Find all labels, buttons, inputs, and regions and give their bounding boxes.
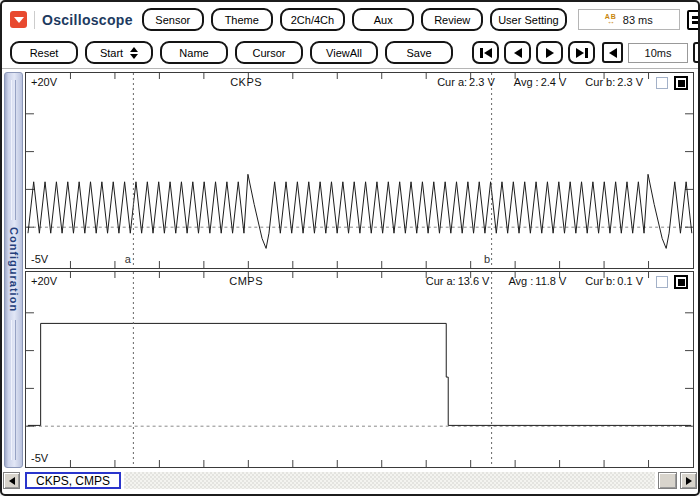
time-step-control: 10ms [602, 42, 700, 63]
save-button[interactable]: Save [385, 41, 453, 64]
ab-time-display: AB ↔ 83 ms [578, 9, 680, 30]
vmin-label: -5V [31, 253, 48, 265]
channel-checkbox-checked[interactable] [674, 76, 688, 90]
arrow-right-icon [686, 477, 692, 485]
toolbar-row-2: Reset Start Name Cursor ViewAll Save 10m… [2, 35, 698, 68]
cursor-a-label[interactable]: a [125, 253, 131, 265]
scroll-left-button[interactable] [3, 472, 20, 489]
time-step-display[interactable]: 10ms [628, 43, 688, 63]
channel-checkboxes [656, 76, 688, 90]
ckps-waveform-plot[interactable] [26, 73, 693, 268]
reset-button[interactable]: Reset [10, 41, 78, 64]
toolbar-area: Oscilloscope Sensor Theme 2Ch/4Ch Aux Re… [2, 2, 698, 69]
last-frame-button[interactable] [568, 41, 595, 64]
scrollbar-track[interactable] [124, 472, 655, 489]
channel-checkbox-checked[interactable] [674, 275, 688, 289]
menu-icon[interactable] [687, 10, 700, 30]
configuration-tab[interactable]: Configuration [4, 72, 23, 468]
main-area: Configuration +20V CKPS Cur a:2.3 V Avg … [2, 69, 698, 468]
active-channels-label[interactable]: CKPS, CMPS [25, 472, 121, 489]
arrow-right-icon [546, 48, 554, 58]
time-step-increase-button[interactable] [693, 42, 700, 63]
divider [34, 11, 35, 29]
tab-grip-lines [11, 320, 16, 460]
cmps-waveform-plot[interactable] [26, 272, 693, 467]
start-spinner-icon [130, 47, 138, 59]
cursor-button[interactable]: Cursor [235, 41, 303, 64]
skip-end-icon [576, 48, 584, 58]
ab-time-value: 83 ms [623, 14, 653, 26]
review-button[interactable]: Review [421, 8, 483, 31]
next-frame-button[interactable] [536, 41, 563, 64]
arrow-left-icon [609, 48, 617, 58]
channel-stack: +20V CKPS Cur a:2.3 V Avg :2.4 V Cur b:2… [25, 72, 694, 468]
app-dropdown-icon[interactable] [10, 11, 27, 28]
playback-controls [472, 41, 595, 64]
caret-down-icon [14, 17, 24, 23]
configuration-tab-label: Configuration [8, 227, 20, 312]
arrow-left-icon [514, 48, 522, 58]
channel-checkbox-unchecked[interactable] [656, 276, 668, 288]
channels-2ch4ch-button[interactable]: 2Ch/4Ch [280, 8, 345, 31]
cursor-b-label[interactable]: b [484, 253, 490, 265]
viewall-button[interactable]: ViewAll [310, 41, 378, 64]
arrow-left-icon [9, 477, 15, 485]
app-title: Oscilloscope [42, 12, 133, 28]
vmin-label: -5V [31, 452, 48, 464]
status-scrollbar: CKPS, CMPS [2, 471, 698, 490]
sensor-button[interactable]: Sensor [142, 8, 204, 31]
scrollbar-thumb[interactable] [658, 472, 677, 489]
time-step-decrease-button[interactable] [602, 42, 623, 63]
toolbar-row-1: Oscilloscope Sensor Theme 2Ch/4Ch Aux Re… [2, 2, 698, 35]
channel-cmps: +20V CMPS Cur a:13.6 V Avg :11.8 V Cur b… [25, 271, 694, 468]
tab-grip-lines [11, 80, 16, 220]
scroll-right-button[interactable] [680, 472, 697, 489]
name-button[interactable]: Name [160, 41, 228, 64]
theme-button[interactable]: Theme [211, 8, 273, 31]
skip-start-icon [484, 48, 492, 58]
channel-ckps: +20V CKPS Cur a:2.3 V Avg :2.4 V Cur b:2… [25, 72, 694, 269]
aux-button[interactable]: Aux [352, 8, 414, 31]
user-setting-button[interactable]: User Setting [490, 8, 567, 31]
first-frame-button[interactable] [472, 41, 499, 64]
ab-measure-icon: AB ↔ [605, 13, 617, 26]
oscilloscope-window: Oscilloscope Sensor Theme 2Ch/4Ch Aux Re… [0, 0, 700, 496]
channel-checkboxes [656, 275, 688, 289]
prev-frame-button[interactable] [504, 41, 531, 64]
channel-checkbox-unchecked[interactable] [656, 77, 668, 89]
start-button[interactable]: Start [85, 41, 153, 64]
